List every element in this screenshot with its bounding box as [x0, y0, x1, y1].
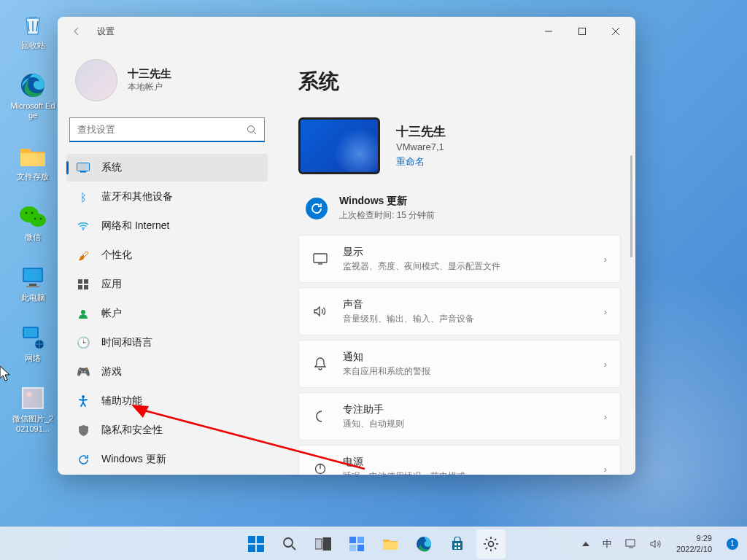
taskbar-center: [241, 529, 506, 559]
desktop-icon-wechat[interactable]: 微信: [7, 199, 58, 245]
card-subtitle: 音量级别、输出、输入、声音设备: [343, 313, 589, 325]
card-focus-assist[interactable]: 专注助手通知、自动规则›: [298, 392, 621, 440]
notification-count: 1: [727, 538, 738, 550]
rename-link[interactable]: 重命名: [396, 155, 446, 168]
nav-item-accounts[interactable]: 帐户: [66, 300, 268, 327]
maximize-button[interactable]: [565, 20, 599, 43]
scrollbar[interactable]: [630, 155, 632, 257]
svg-rect-9: [29, 284, 36, 286]
minimize-button[interactable]: [532, 20, 565, 43]
desktop-icon-folder[interactable]: 文件存放: [7, 139, 58, 184]
update-title: Windows 更新: [339, 195, 435, 208]
desktop-icon-recycle-bin[interactable]: 回收站: [7, 7, 58, 53]
page-title: 系统: [298, 68, 621, 96]
taskbar-taskview[interactable]: [309, 529, 338, 559]
card-title: 通知: [343, 351, 589, 364]
card-sound[interactable]: 声音音量级别、输出、输入、声音设备›: [298, 287, 621, 335]
svg-rect-15: [23, 389, 42, 408]
wifi-icon: [77, 219, 90, 233]
user-account-block[interactable]: 十三先生 本地帐户: [66, 46, 268, 117]
card-power[interactable]: 电源睡眠、电池使用情况、节电模式›: [298, 445, 621, 475]
taskbar-settings[interactable]: [476, 529, 506, 559]
user-name: 十三先生: [128, 67, 171, 81]
nav-item-network[interactable]: 网络和 Internet: [66, 212, 268, 240]
taskbar-store[interactable]: [443, 529, 472, 559]
svg-rect-12: [24, 328, 37, 337]
accessibility-icon: [77, 394, 90, 408]
svg-rect-37: [315, 539, 322, 549]
tray-ime[interactable]: 中: [598, 529, 616, 559]
nav-label: Windows 更新: [101, 453, 166, 466]
card-notifications[interactable]: 通知来自应用和系统的警报›: [298, 340, 621, 388]
svg-rect-17: [579, 28, 586, 35]
svg-rect-28: [314, 254, 327, 262]
svg-rect-42: [357, 545, 364, 551]
search-settings-box[interactable]: [69, 117, 265, 142]
power-icon: [312, 463, 328, 475]
folder-icon: [18, 141, 47, 171]
windows-update-status[interactable]: Windows 更新 上次检查时间: 15 分钟前: [298, 190, 621, 235]
svg-point-4: [31, 211, 34, 214]
desktop-icon-edge[interactable]: Microsoft Edge: [7, 68, 58, 123]
bluetooth-icon: ᛒ: [77, 190, 90, 203]
desktop-icon-image-file[interactable]: 微信图片_2021091...: [7, 381, 58, 436]
nav-label: 网络和 Internet: [101, 219, 169, 233]
game-icon: 🎮: [77, 365, 90, 378]
taskbar-explorer[interactable]: [376, 529, 405, 559]
search-icon: [247, 125, 257, 135]
close-button[interactable]: [599, 20, 632, 43]
taskbar-search[interactable]: [275, 529, 304, 559]
chevron-right-icon: ›: [604, 254, 607, 265]
taskbar: 中 9:29 2022/2/10 1: [0, 526, 747, 560]
nav-label: 游戏: [101, 365, 122, 378]
user-account-type: 本地帐户: [128, 81, 171, 93]
settings-window: 设置 十三先生 本地帐户 系统: [58, 17, 635, 475]
nav-item-time-language[interactable]: 🕒时间和语言: [66, 329, 268, 357]
back-button[interactable]: [65, 20, 88, 43]
chevron-right-icon: ›: [604, 464, 607, 475]
time-icon: 🕒: [77, 336, 90, 349]
tray-overflow[interactable]: [578, 529, 594, 559]
nav-item-system[interactable]: 系统: [66, 154, 268, 182]
desktop-icon-this-pc[interactable]: 此电脑: [7, 260, 58, 306]
card-subtitle: 监视器、亮度、夜间模式、显示配置文件: [343, 260, 589, 273]
nav-item-bluetooth[interactable]: ᛒ蓝牙和其他设备: [66, 183, 268, 211]
svg-point-36: [284, 538, 293, 547]
nav-item-windows-update[interactable]: Windows 更新: [66, 446, 268, 473]
nav-item-apps[interactable]: 应用: [66, 271, 268, 298]
taskbar-widgets[interactable]: [342, 529, 371, 559]
device-model: VMware7,1: [396, 141, 446, 152]
nav-label: 隐私和安全性: [101, 424, 163, 437]
search-input[interactable]: [77, 124, 247, 135]
svg-rect-34: [248, 545, 255, 552]
desktop-icon-network[interactable]: 网络: [7, 320, 58, 366]
tray-network-icon[interactable]: [621, 529, 641, 559]
start-button[interactable]: [241, 529, 271, 559]
taskbar-clock[interactable]: 9:29 2022/2/10: [670, 533, 718, 554]
tray-volume-icon[interactable]: [646, 529, 666, 559]
chevron-right-icon: ›: [604, 306, 607, 317]
svg-rect-32: [248, 536, 255, 543]
card-title: 专注助手: [343, 403, 589, 416]
nav-item-accessibility[interactable]: 辅助功能: [66, 387, 268, 415]
card-subtitle: 来自应用和系统的警报: [343, 365, 589, 378]
nav-item-personalization[interactable]: 🖌个性化: [66, 241, 268, 269]
nav-item-gaming[interactable]: 🎮游戏: [66, 358, 268, 386]
network-icon: [18, 323, 47, 352]
card-display[interactable]: 显示监视器、亮度、夜间模式、显示配置文件›: [298, 235, 621, 283]
svg-rect-45: [458, 543, 460, 545]
window-titlebar[interactable]: 设置: [58, 17, 635, 46]
nav-item-privacy[interactable]: 隐私和安全性: [66, 416, 268, 444]
svg-rect-25: [84, 285, 88, 289]
device-thumbnail: [298, 117, 380, 174]
wechat-icon: [18, 202, 47, 231]
svg-point-21: [82, 229, 84, 230]
pc-icon: [18, 262, 47, 292]
card-title: 声音: [343, 298, 589, 311]
clock-date: 2022/2/10: [676, 544, 712, 554]
svg-rect-19: [77, 163, 90, 171]
settings-card-list: 显示监视器、亮度、夜间模式、显示配置文件› 声音音量级别、输出、输入、声音设备›…: [298, 235, 621, 475]
tray-notifications[interactable]: 1: [722, 529, 743, 559]
taskbar-edge[interactable]: [409, 529, 438, 559]
nav-label: 时间和语言: [101, 336, 152, 349]
